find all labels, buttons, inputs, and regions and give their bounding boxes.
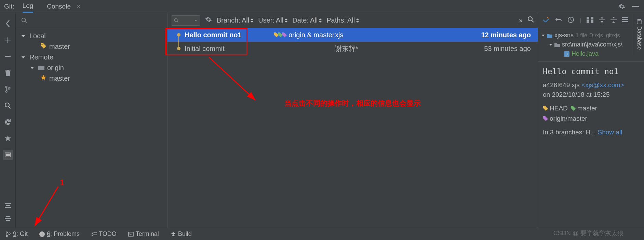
filter-branch[interactable]: Branch: All [217, 16, 253, 24]
commit-hash: a426f649 [543, 81, 570, 89]
branch-name: master [49, 43, 70, 51]
commit-date-text: on 2022/10/18 at 15:25 [543, 91, 639, 98]
history-icon[interactable] [567, 16, 574, 25]
file-node[interactable]: J Hello.java [538, 49, 644, 58]
collapse-icon[interactable] [3, 213, 13, 224]
expand-icon[interactable] [3, 200, 13, 211]
svg-rect-20 [622, 19, 628, 20]
tab-console-label: Console [47, 3, 71, 10]
svg-rect-1 [5, 56, 11, 57]
status-git[interactable]: 9: Git [5, 230, 28, 238]
svg-point-5 [5, 103, 9, 107]
commit-message: Initial commit [185, 45, 273, 53]
tab-console[interactable]: Console × [47, 1, 80, 12]
branch-icon[interactable] [3, 84, 13, 94]
project-path: D:\xjs_git\xjs [589, 32, 620, 39]
close-icon[interactable]: × [77, 3, 80, 10]
search-icon[interactable] [527, 16, 534, 25]
status-terminal[interactable]: Terminal [128, 230, 159, 238]
folder-icon [38, 64, 44, 72]
gear-icon[interactable] [617, 2, 626, 11]
status-problems[interactable]: ! 6: Problems [39, 230, 80, 238]
svg-point-10 [174, 18, 177, 21]
ref-tag-master: master [571, 105, 597, 112]
svg-point-8 [22, 18, 26, 22]
tab-log[interactable]: Log [23, 0, 33, 13]
annotation-text: 当点击不同的操作时，相应的信息也会显示 [284, 98, 421, 108]
svg-rect-19 [622, 17, 628, 18]
settings-icon[interactable] [622, 17, 628, 24]
log-search-input[interactable] [171, 15, 200, 26]
minimize-icon[interactable] [631, 2, 640, 11]
add-icon[interactable] [3, 35, 13, 45]
star-icon [40, 75, 46, 82]
commit-metadata: Hello commit no1 a426f649 xjs <xjs@xx.co… [538, 61, 644, 142]
refresh-icon[interactable] [3, 117, 13, 127]
svg-point-9 [42, 44, 43, 45]
tag-icon [40, 43, 46, 51]
svg-rect-17 [587, 20, 589, 23]
commit-title: Hello commit no1 [543, 67, 639, 76]
back-icon[interactable] [3, 18, 13, 29]
commit-log-panel: Branch: All User: All Date: All Paths: A… [167, 13, 538, 228]
chevron-down-icon [21, 53, 27, 61]
branches-panel: Local master Remote origin master [16, 13, 167, 228]
screenshot-icon[interactable] [3, 150, 13, 160]
database-tool-tab[interactable]: Database [634, 14, 644, 55]
search-icon[interactable] [3, 101, 13, 111]
svg-point-4 [9, 87, 10, 89]
log-toolbar: Branch: All User: All Date: All Paths: A… [167, 13, 538, 28]
branch-remote-master[interactable]: master [16, 73, 167, 84]
status-todo[interactable]: TODO [91, 230, 117, 238]
commit-date: 12 minutes ago [362, 31, 536, 39]
chevron-down-icon [21, 32, 27, 40]
more-icon[interactable]: » [519, 16, 523, 24]
annotation-arrow [207, 55, 262, 107]
undo-icon[interactable] [555, 17, 562, 24]
details-toolbar: | [538, 13, 644, 28]
commit-refs: origin & master [273, 31, 335, 39]
remove-icon[interactable] [3, 51, 13, 62]
commit-author-name: xjs [572, 81, 580, 89]
filter-date[interactable]: Date: All [292, 16, 322, 24]
svg-text:J: J [566, 52, 568, 56]
branches-remote-node[interactable]: Remote [16, 52, 167, 63]
project-name: xjs-sns [554, 32, 574, 39]
remote-name: origin [47, 64, 64, 72]
file-count: 1 file [576, 32, 587, 39]
group-icon[interactable] [587, 17, 593, 24]
gear-icon[interactable] [205, 16, 212, 25]
svg-point-2 [5, 86, 7, 88]
svg-point-30 [637, 19, 641, 21]
filter-user[interactable]: User: All [258, 16, 287, 24]
expand-all-icon[interactable] [599, 17, 605, 24]
trash-icon[interactable] [3, 68, 13, 78]
filter-paths[interactable]: Paths: All [326, 16, 359, 24]
src-path: src\main\java\com\xjs\ [562, 41, 622, 48]
status-build[interactable]: Build [171, 230, 192, 238]
cherry-pick-icon[interactable] [542, 16, 550, 25]
branches-local-node[interactable]: Local [16, 31, 167, 41]
commit-email: <xjs@xx.com> [581, 81, 624, 89]
favorite-icon[interactable] [3, 133, 13, 144]
ref-tags: HEAD master origin/master [543, 105, 639, 122]
svg-point-24 [6, 232, 8, 233]
status-bar: 9: Git ! 6: Problems TODO Terminal Build… [0, 228, 644, 240]
watermark: CSDN @ 要学就学灰太狼 [553, 229, 623, 237]
project-node[interactable]: xjs-sns 1 file D:\xjs_git\xjs [538, 31, 644, 40]
remote-origin-node[interactable]: origin [16, 63, 167, 73]
src-folder-node[interactable]: src\main\java\com\xjs\ [538, 40, 644, 49]
file-name: Hello.java [572, 50, 599, 57]
show-all-link[interactable]: Show all [598, 129, 622, 136]
svg-rect-15 [587, 17, 589, 19]
branches-search[interactable] [16, 13, 167, 28]
svg-line-13 [209, 57, 255, 100]
svg-text:!: ! [41, 232, 43, 236]
commit-row[interactable]: Hello commit no1 origin & master xjs 12 … [167, 28, 538, 42]
commit-row[interactable]: Initial commit 谢东辉* 53 minutes ago [167, 42, 538, 55]
svg-point-11 [528, 17, 532, 21]
svg-rect-21 [622, 21, 628, 22]
svg-rect-7 [6, 154, 10, 156]
branch-local-master[interactable]: master [16, 41, 167, 52]
collapse-all-icon[interactable] [611, 17, 617, 24]
